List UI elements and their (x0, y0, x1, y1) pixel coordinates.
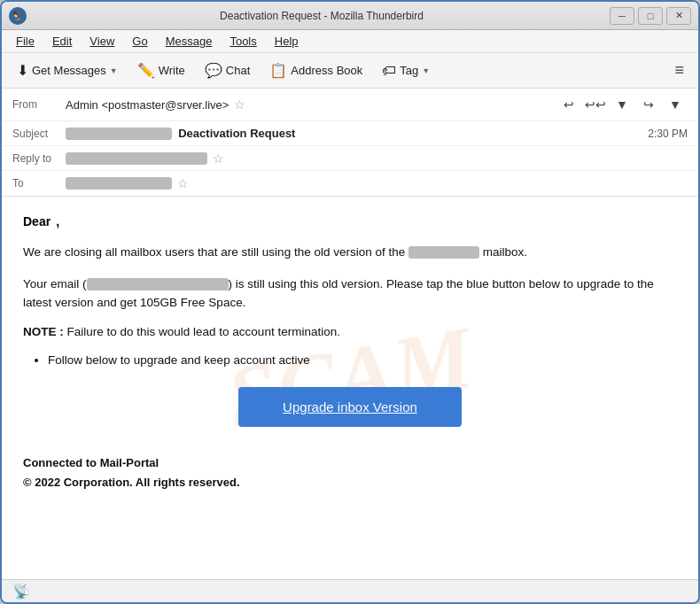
chat-label: Chat (226, 64, 250, 77)
company-name-blurred (408, 246, 479, 259)
reply-button[interactable]: ↩ (556, 93, 581, 116)
toolbar: ⬇ Get Messages ▼ ✏️ Write 💬 Chat 📋 Addre… (2, 53, 698, 89)
reply-to-row: Reply to ☆ (2, 146, 698, 171)
email-body: SCAM Dear , We are closing all mailbox u… (2, 197, 698, 579)
email-header: From Admin <postmaster@srver.live> ☆ ↩ ↩… (2, 89, 698, 197)
reply-to-star-icon[interactable]: ☆ (213, 151, 224, 166)
reply-to-value: ☆ (66, 151, 688, 166)
from-label: From (12, 98, 66, 111)
note-text: Failure to do this would lead to account… (67, 325, 340, 338)
write-button[interactable]: ✏️ Write (129, 58, 193, 83)
more-button[interactable]: ▼ (663, 93, 688, 116)
star-icon[interactable]: ☆ (234, 97, 245, 112)
to-blurred (66, 177, 172, 190)
email-time: 2:30 PM (648, 128, 688, 140)
paragraph-2: Your email ( ) is still using this old v… (23, 275, 677, 313)
from-address: Admin <postmaster@srver.live> (66, 98, 229, 112)
address-book-button[interactable]: 📋 Address Book (261, 58, 370, 83)
minimize-button[interactable]: ─ (610, 7, 634, 25)
expand-button[interactable]: ▼ (610, 93, 634, 116)
bullet-list: Follow below to upgrade and keep account… (48, 351, 677, 370)
to-label: To (12, 177, 66, 190)
note-line: NOTE : Failure to do this would lead to … (23, 325, 677, 338)
connection-icon: 📡 (12, 583, 30, 600)
email-footer: Connected to Mail-Portal © 2022 Corporat… (23, 453, 677, 492)
note-label: NOTE : (23, 325, 67, 338)
forward-button[interactable]: ↪ (636, 93, 661, 116)
to-row: To ☆ (2, 171, 698, 196)
upgrade-button[interactable]: Upgrade inbox Version (238, 387, 462, 427)
address-book-label: Address Book (291, 64, 362, 77)
write-icon: ✏️ (137, 62, 155, 79)
header-controls: ↩ ↩↩ ▼ ↪ ▼ (556, 93, 688, 116)
menubar: File Edit View Go Message Tools Help (2, 30, 698, 53)
titlebar: 🦅 Deactivation Request - Mozilla Thunder… (2, 2, 698, 30)
subject-value: Deactivation Request (66, 127, 648, 141)
write-label: Write (159, 64, 185, 77)
reply-all-button[interactable]: ↩↩ (583, 93, 608, 116)
subject-text: Deactivation Request (178, 127, 295, 140)
email-content: Dear , We are closing all mailbox users … (23, 214, 677, 493)
get-messages-icon: ⬇ (17, 62, 28, 79)
to-star-icon[interactable]: ☆ (177, 176, 189, 190)
window-controls: ─ □ ✕ (610, 7, 691, 25)
get-messages-button[interactable]: ⬇ Get Messages ▼ (9, 58, 126, 83)
window-title: Deactivation Request - Mozilla Thunderbi… (34, 10, 610, 22)
subject-row: Subject Deactivation Request 2:30 PM (2, 121, 698, 146)
address-book-icon: 📋 (269, 62, 287, 79)
hamburger-menu-button[interactable]: ≡ (667, 58, 691, 83)
maximize-button[interactable]: □ (638, 7, 663, 25)
chat-button[interactable]: 💬 Chat (197, 58, 258, 83)
dear-suffix: , (56, 214, 59, 228)
reply-to-label: Reply to (12, 152, 66, 165)
bullet-item: Follow below to upgrade and keep account… (48, 351, 677, 370)
statusbar: 📡 (2, 579, 698, 602)
app-icon: 🦅 (9, 7, 27, 25)
menu-help[interactable]: Help (268, 32, 306, 50)
tag-dropdown-icon: ▼ (422, 66, 430, 75)
menu-view[interactable]: View (82, 32, 121, 50)
menu-edit[interactable]: Edit (45, 32, 79, 50)
menu-message[interactable]: Message (159, 32, 220, 50)
dear-line: Dear , (23, 214, 677, 228)
paragraph-1: We are closing all mailbox users that ar… (23, 243, 677, 262)
subject-label: Subject (12, 128, 66, 140)
footer-line-2: © 2022 Corporation. All rights reserved. (23, 473, 677, 492)
upgrade-button-container: Upgrade inbox Version (23, 387, 677, 427)
subject-blurred (66, 128, 172, 140)
chat-icon: 💬 (205, 62, 222, 79)
main-window: 🦅 Deactivation Request - Mozilla Thunder… (0, 0, 700, 604)
from-value: Admin <postmaster@srver.live> ☆ (66, 97, 556, 112)
get-messages-dropdown-icon: ▼ (110, 66, 118, 75)
menu-tools[interactable]: Tools (222, 32, 263, 50)
to-value: ☆ (66, 176, 688, 190)
close-button[interactable]: ✕ (666, 7, 691, 25)
tag-icon: 🏷 (382, 63, 396, 79)
dear-prefix: Dear (23, 214, 51, 228)
email-blurred (87, 278, 229, 290)
footer-line-1: Connected to Mail-Portal (23, 453, 677, 473)
from-row: From Admin <postmaster@srver.live> ☆ ↩ ↩… (2, 89, 698, 121)
menu-go[interactable]: Go (125, 32, 154, 50)
reply-to-blurred (66, 152, 207, 165)
tag-button[interactable]: 🏷 Tag ▼ (374, 58, 438, 83)
get-messages-label: Get Messages (32, 64, 106, 77)
tag-label: Tag (400, 64, 418, 77)
menu-file[interactable]: File (9, 32, 42, 50)
